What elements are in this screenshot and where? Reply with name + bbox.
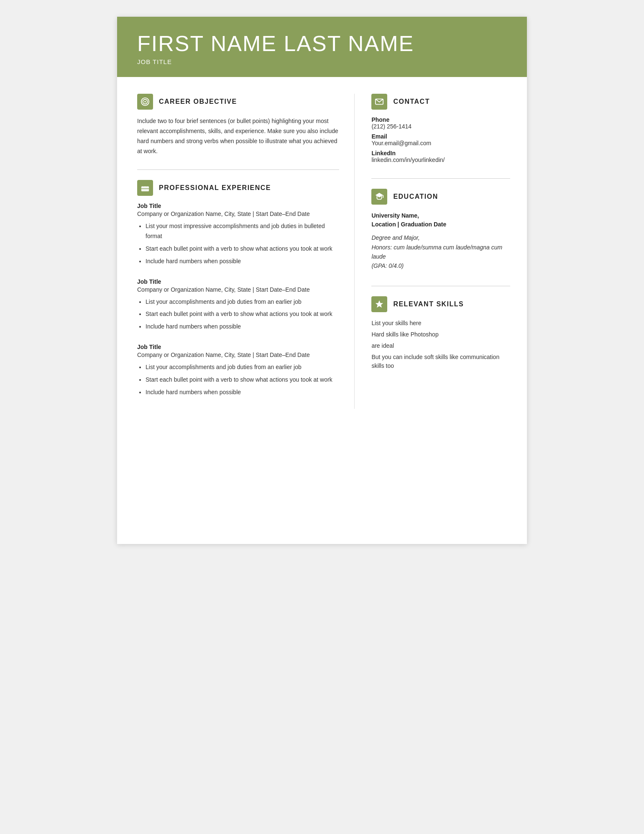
contact-linkedin: LinkedIn linkedin.com/in/yourlinkedin/ xyxy=(371,150,510,163)
target-icon xyxy=(141,97,150,106)
education-title: EDUCATION xyxy=(393,193,438,200)
list-item: Start each bullet point with a verb to s… xyxy=(146,244,339,254)
contact-icon-container xyxy=(371,94,387,110)
list-item: Start each bullet point with a verb to s… xyxy=(146,375,339,385)
job-bullets: List your accomplishments and job duties… xyxy=(137,297,339,332)
pro-experience-title: PROFESSIONAL EXPERIENCE xyxy=(159,184,271,192)
skills-icon-container xyxy=(371,296,387,312)
education-degree: Degree and Major,Honors: cum laude/summa… xyxy=(371,233,510,271)
envelope-icon xyxy=(375,97,384,106)
skill-item: are ideal xyxy=(371,341,510,350)
skill-item: Hard skills like Photoshop xyxy=(371,330,510,339)
graduation-icon xyxy=(375,192,384,201)
education-section: EDUCATION University Name, Location | Gr… xyxy=(371,189,510,271)
career-objective-text: Include two to four brief sentences (or … xyxy=(137,116,339,156)
career-objective-section: CAREER OBJECTIVE Include two to four bri… xyxy=(137,94,339,156)
body-content: CAREER OBJECTIVE Include two to four bri… xyxy=(117,77,527,426)
contact-header: CONTACT xyxy=(371,94,510,110)
divider-3 xyxy=(371,286,510,286)
candidate-name: FIRST NAME LAST NAME xyxy=(137,32,507,56)
job-company: Company or Organization Name, City, Stat… xyxy=(137,352,339,358)
resume-header: FIRST NAME LAST NAME JOB TITLE xyxy=(117,17,527,77)
skills-title: RELEVANT SKILLS xyxy=(393,300,464,308)
career-objective-title: CAREER OBJECTIVE xyxy=(159,98,237,105)
contact-title: CONTACT xyxy=(393,98,430,105)
list-item: Start each bullet point with a verb to s… xyxy=(146,309,339,319)
phone-value: (212) 256-1414 xyxy=(371,123,510,130)
skills-section: RELEVANT SKILLS List your skills hereHar… xyxy=(371,296,510,370)
job-bullets: List your most impressive accomplishment… xyxy=(137,221,339,266)
divider-1 xyxy=(137,169,339,170)
phone-label: Phone xyxy=(371,116,510,123)
skills-list: List your skills hereHard skills like Ph… xyxy=(371,319,510,370)
list-item: List your most impressive accomplishment… xyxy=(146,221,339,241)
svg-point-2 xyxy=(144,101,146,103)
linkedin-label: LinkedIn xyxy=(371,150,510,157)
contact-section: CONTACT Phone (212) 256-1414 Email Your.… xyxy=(371,94,510,163)
list-item: Include hard numbers when possible xyxy=(146,387,339,398)
divider-2 xyxy=(371,178,510,179)
email-label: Email xyxy=(371,133,510,140)
skill-item: List your skills here xyxy=(371,319,510,328)
pro-experience-header: PROFESSIONAL EXPERIENCE xyxy=(137,180,339,196)
job-title-text: Job Title xyxy=(137,278,339,285)
svg-marker-8 xyxy=(376,300,383,308)
briefcase-icon-container xyxy=(137,180,153,196)
star-icon xyxy=(375,300,384,309)
resume-page: FIRST NAME LAST NAME JOB TITLE CARE xyxy=(117,17,527,544)
contact-email: Email Your.email@gmail.com xyxy=(371,133,510,146)
job-company: Company or Organization Name, City, Stat… xyxy=(137,210,339,217)
education-icon-container xyxy=(371,189,387,205)
job-entry: Job TitleCompany or Organization Name, C… xyxy=(137,278,339,332)
job-bullets: List your accomplishments and job duties… xyxy=(137,362,339,397)
professional-experience-section: PROFESSIONAL EXPERIENCE Job TitleCompany… xyxy=(137,180,339,397)
job-company: Company or Organization Name, City, Stat… xyxy=(137,286,339,293)
list-item: Include hard numbers when possible xyxy=(146,257,339,267)
briefcase-icon xyxy=(141,183,150,192)
linkedin-value: linkedin.com/in/yourlinkedin/ xyxy=(371,157,510,163)
right-column: CONTACT Phone (212) 256-1414 Email Your.… xyxy=(355,94,527,409)
candidate-job-title: JOB TITLE xyxy=(137,58,507,65)
skill-item: But you can include soft skills like com… xyxy=(371,353,510,370)
list-item: Include hard numbers when possible xyxy=(146,322,339,332)
list-item: List your accomplishments and job duties… xyxy=(146,297,339,307)
education-header: EDUCATION xyxy=(371,189,510,205)
skills-header: RELEVANT SKILLS xyxy=(371,296,510,312)
job-title-text: Job Title xyxy=(137,344,339,350)
career-objective-icon xyxy=(137,94,153,110)
svg-marker-6 xyxy=(376,193,383,198)
contact-phone: Phone (212) 256-1414 xyxy=(371,116,510,130)
list-item: List your accomplishments and job duties… xyxy=(146,362,339,372)
career-objective-header: CAREER OBJECTIVE xyxy=(137,94,339,110)
job-entry: Job TitleCompany or Organization Name, C… xyxy=(137,203,339,266)
jobs-container: Job TitleCompany or Organization Name, C… xyxy=(137,203,339,397)
job-entry: Job TitleCompany or Organization Name, C… xyxy=(137,344,339,397)
university-name: University Name, Location | Graduation D… xyxy=(371,211,510,229)
email-value: Your.email@gmail.com xyxy=(371,140,510,146)
left-column: CAREER OBJECTIVE Include two to four bri… xyxy=(117,94,355,409)
job-title-text: Job Title xyxy=(137,203,339,209)
